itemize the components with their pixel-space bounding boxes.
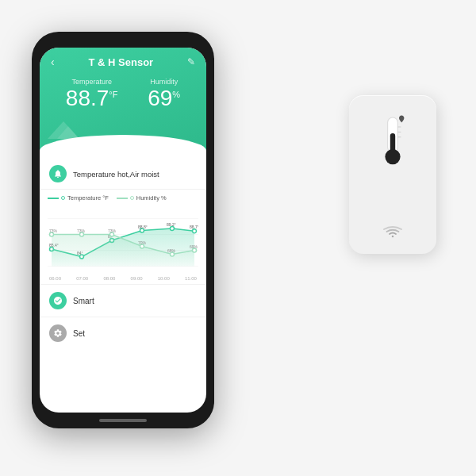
legend-temp-line	[48, 198, 59, 199]
svg-point-20	[110, 232, 114, 236]
svg-point-19	[80, 232, 84, 236]
device-body	[373, 111, 413, 175]
legend-humidity-line	[117, 198, 128, 199]
alert-row: Temperature hot,Air moist	[40, 159, 206, 190]
set-label: Set	[73, 329, 85, 338]
legend-temp-dot	[61, 196, 65, 200]
svg-point-9	[171, 226, 175, 230]
svg-text:89.2°: 89.2°	[167, 222, 176, 227]
svg-text:73%: 73%	[108, 228, 117, 233]
svg-text:68%: 68%	[167, 248, 176, 253]
svg-point-21	[140, 244, 144, 248]
svg-text:69%: 69%	[190, 244, 198, 249]
chart-svg: 85.4° 84° 87° 88.8° 89.2° 88.7°	[48, 205, 198, 276]
legend-humidity-dot	[130, 196, 134, 200]
svg-point-23	[193, 248, 197, 252]
humidity-block: Humidity 69 %	[148, 78, 180, 109]
svg-point-8	[140, 228, 144, 232]
header-nav: ‹ T & H Sensor ✎	[51, 56, 195, 68]
legend-humidity: Humidity %	[117, 194, 167, 202]
bell-icon	[53, 169, 63, 178]
legend-temp-label: Temperature °F	[67, 194, 109, 202]
svg-text:73%: 73%	[49, 228, 58, 233]
chart-legend: Temperature °F Humidity %	[48, 194, 198, 202]
humidity-unit: %	[172, 90, 180, 99]
humidity-value: 69 %	[148, 87, 180, 109]
chart-section: Temperature °F Humidity %	[40, 190, 206, 284]
temperature-value: 88.7 °F	[66, 87, 118, 109]
thermometer-icon	[373, 111, 413, 175]
time-label-1: 07:00	[76, 276, 88, 281]
legend-humidity-label: Humidity %	[136, 194, 167, 202]
svg-text:73%: 73%	[77, 228, 86, 233]
time-label-3: 09:00	[131, 276, 143, 281]
time-label-4: 10:00	[158, 276, 170, 281]
smart-icon	[53, 296, 63, 305]
menu-item-smart[interactable]: Smart	[40, 284, 206, 317]
svg-point-10	[193, 229, 197, 233]
svg-text:88.7°: 88.7°	[190, 225, 198, 229]
menu-item-set[interactable]: Set	[40, 317, 206, 349]
svg-text:70%: 70%	[138, 240, 147, 245]
legend-temperature: Temperature °F	[48, 194, 109, 202]
edit-button[interactable]: ✎	[187, 56, 195, 67]
gear-icon	[53, 328, 63, 338]
wifi-icon	[382, 224, 404, 240]
chart-time-labels: 06:00 07:00 08:00 09:00 10:00 11:00	[48, 276, 198, 281]
smart-label: Smart	[73, 297, 94, 305]
alert-icon	[49, 165, 67, 182]
svg-point-32	[385, 149, 400, 164]
phone: ‹ T & H Sensor ✎ Temperature 88.7 °F Hum…	[32, 32, 214, 428]
phone-home-indicator	[99, 419, 147, 422]
screen-header: ‹ T & H Sensor ✎ Temperature 88.7 °F Hum…	[40, 48, 206, 159]
temperature-block: Temperature 88.7 °F	[66, 78, 118, 109]
set-icon-circle	[49, 324, 67, 342]
humidity-label: Humidity	[150, 78, 178, 86]
svg-text:88.8°: 88.8°	[138, 225, 148, 229]
smart-icon-circle	[49, 292, 67, 309]
scene: ‹ T & H Sensor ✎ Temperature 88.7 °F Hum…	[8, 16, 468, 460]
time-label-5: 11:00	[185, 276, 197, 281]
alert-text: Temperature hot,Air moist	[73, 170, 159, 178]
temperature-unit: °F	[109, 90, 117, 99]
sensor-device	[349, 95, 436, 254]
svg-point-18	[50, 232, 54, 236]
phone-screen: ‹ T & H Sensor ✎ Temperature 88.7 °F Hum…	[40, 48, 206, 413]
time-label-2: 08:00	[103, 276, 115, 281]
back-button[interactable]: ‹	[51, 56, 55, 68]
sensor-readings: Temperature 88.7 °F Humidity 69 %	[51, 78, 195, 109]
screen-title: T & H Sensor	[89, 56, 154, 68]
phone-bottom-bar	[40, 413, 206, 428]
temperature-label: Temperature	[71, 78, 112, 86]
time-label-0: 06:00	[49, 276, 61, 281]
svg-point-22	[171, 252, 175, 256]
